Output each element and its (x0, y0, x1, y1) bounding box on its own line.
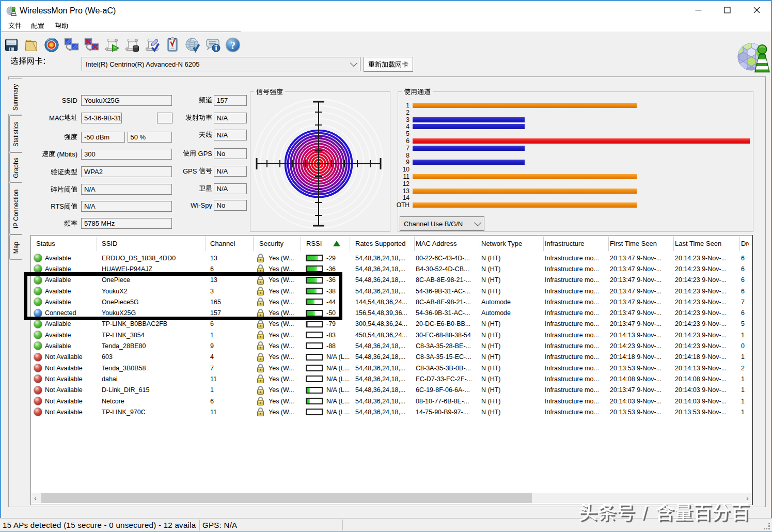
cell-rates: 54,48,36,24,18,... (355, 385, 413, 396)
table-row-dahai[interactable]: Not Available dahai 11 Yes (W... N/A (L.… (31, 373, 752, 384)
toolbar-open-button[interactable] (23, 37, 40, 53)
column-header-6[interactable]: MAC Address (416, 236, 478, 252)
toolbar-stop-button[interactable] (124, 37, 140, 53)
cjk-glyph (276, 88, 283, 95)
scroll-right-arrow[interactable]: › (743, 493, 752, 503)
menu-config[interactable] (31, 22, 44, 29)
cjk-glyph (71, 220, 77, 227)
cell-ssid: dahai (102, 373, 205, 384)
rssi-bar (306, 354, 323, 361)
cell-first-seen: 20:14:13 9-Nov-... (610, 330, 673, 340)
toolbar-graph2-button[interactable] (84, 37, 100, 53)
field-value: -50 dBm (81, 132, 125, 143)
cell-status: Available (45, 253, 96, 263)
menu-file[interactable] (8, 22, 22, 29)
cell-rssi: N/A (L... (326, 373, 355, 384)
check-icon (144, 37, 161, 53)
cjk-glyph (57, 186, 64, 193)
toolbar-help-button[interactable]: ? (225, 37, 241, 53)
cell-network-type: N (HT) (481, 275, 542, 286)
cell-infrastructure: Infrastructure mo... (545, 352, 608, 363)
cell-network-type: N (HT) (481, 286, 542, 296)
cell-network-type: N (HT) (481, 363, 542, 373)
cell-drops: 7 (741, 296, 752, 307)
cjk-glyph (49, 150, 55, 157)
tab-map[interactable]: Map (9, 234, 22, 260)
close-button[interactable] (745, 1, 768, 19)
column-header-11[interactable]: Dro (741, 236, 749, 252)
menu-help[interactable] (55, 22, 68, 29)
save-icon (3, 37, 20, 53)
table-row-Netcore[interactable]: Not Available Netcore 6 Yes (W... N/A (L… (31, 396, 752, 406)
cjk-glyph (199, 131, 206, 138)
lock-icon (257, 407, 264, 417)
cjk-glyph (8, 22, 15, 29)
toolbar-tips-button[interactable] (204, 37, 221, 53)
column-header-7[interactable]: Network Type (481, 236, 541, 252)
stop-icon (124, 37, 140, 53)
cell-rates: 54,48,36,24,18,... (355, 263, 413, 274)
table-row-TP-LINK_970C[interactable]: Not Available TP-LINK_970C 11 Yes (W... … (31, 406, 752, 417)
cjk-glyph (61, 22, 68, 29)
toolbar-save-button[interactable] (3, 37, 20, 53)
cell-drops: 1 (741, 396, 752, 406)
cell-drops: 6 (741, 253, 752, 263)
column-header-9[interactable]: First Time Seen (610, 236, 671, 252)
cell-drops: 6 (741, 263, 752, 274)
cell-drops: 5 (741, 319, 752, 330)
scroll-left-arrow[interactable]: ‹ (31, 493, 40, 503)
column-header-10[interactable]: Last Time Seen (675, 236, 737, 252)
cell-ssid: TP-LINK_3854 (102, 330, 205, 340)
toolbar-target-button[interactable] (43, 37, 60, 53)
column-header-8[interactable]: Infrastructure (545, 236, 606, 252)
cjk-glyph (185, 114, 192, 121)
cell-infrastructure: Infrastructure mo... (545, 330, 608, 340)
cell-infrastructure: Infrastructure mo... (545, 308, 608, 319)
toolbar-web-button[interactable] (184, 37, 201, 53)
table-row-603[interactable]: Not Available 603 4 Yes (W... N/A (L... … (31, 352, 752, 363)
column-header-2[interactable]: Channel (210, 236, 251, 252)
column-header-5[interactable]: Rates Supported (355, 236, 412, 252)
web-icon (184, 37, 201, 53)
maximize-button[interactable] (715, 1, 739, 19)
toolbar-report-button[interactable] (164, 37, 181, 53)
minimize-button[interactable] (686, 1, 710, 19)
table-row-Tenda_28BE80[interactable]: Available Tenda_28BE80 9 Yes (W... -88 5… (31, 340, 752, 351)
table-row-D-Link_DIR_615[interactable]: Not Available D-Link_DIR_615 1 Yes (W...… (31, 385, 752, 396)
scrollbar-thumb[interactable] (41, 493, 532, 503)
channel-use-mode-select[interactable]: Channel Use B/G/N (400, 216, 484, 231)
status-red-icon (34, 397, 42, 405)
status-separator (342, 520, 343, 530)
column-header-4[interactable]: RSSI (306, 236, 348, 252)
cjk-glyph (256, 88, 263, 95)
toolbar-graph1-button[interactable] (64, 37, 80, 53)
cell-rssi: N/A (L... (326, 385, 355, 396)
column-header-0[interactable]: Status (36, 236, 94, 252)
field-label (10, 220, 77, 227)
table-row-Tenda_3B0B58[interactable]: Not Available Tenda_3B0B58 7 Yes (W... N… (31, 363, 752, 373)
cell-first-seen: 20:14:08 9-Nov-... (610, 373, 673, 384)
field-label: (Mbits) (10, 150, 77, 158)
cell-mac: 30-FC-68-88-38-54 (416, 330, 479, 340)
reload-adapter-button[interactable] (364, 57, 413, 72)
horizontal-scrollbar[interactable]: ‹ › (31, 493, 752, 503)
cell-mac: C8-3A-35-15-EC-... (416, 352, 479, 363)
column-header-3[interactable]: Security (259, 236, 298, 252)
resize-grip[interactable] (764, 523, 770, 530)
channel-bar (413, 124, 525, 129)
field-value: N/A (214, 130, 247, 140)
channel-label: 7 (389, 145, 409, 152)
cjk-glyph (64, 203, 71, 210)
table-row-TP-LINK_3854[interactable]: Available TP-LINK_3854 1 Yes (W... -83 4… (31, 330, 752, 340)
cjk-glyph (55, 22, 61, 29)
adapter-select[interactable]: Intel(R) Centrino(R) Advanced-N 6205 (82, 57, 360, 71)
cell-rssi: N/A (L... (326, 363, 355, 373)
cell-drops: 1 (741, 385, 752, 396)
cell-security: Yes (W... (269, 373, 301, 384)
cjk-glyph (35, 57, 43, 65)
cjk-glyph (192, 114, 199, 121)
table-row-ERDUO_DS_1838_4DD0[interactable]: Available ERDUO_DS_1838_4DD0 13 Yes (W..… (31, 253, 752, 263)
toolbar-play-button[interactable] (104, 37, 120, 53)
column-header-1[interactable]: SSID (102, 236, 203, 252)
toolbar-check-button[interactable] (144, 37, 161, 53)
